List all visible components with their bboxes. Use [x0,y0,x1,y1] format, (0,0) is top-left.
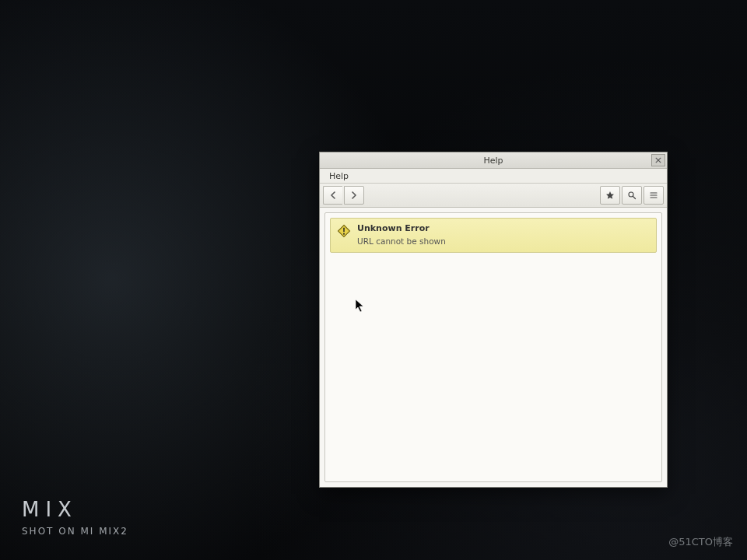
watermark-brand: MIX [22,498,78,521]
chevron-left-icon [329,191,337,199]
chevron-right-icon [350,191,358,199]
menubar: Help [320,169,667,184]
error-banner: Unknown Error URL cannot be shown [330,218,657,253]
close-icon [655,157,661,163]
watermark-blog: @51CTO博客 [668,535,733,549]
content-area: Unknown Error URL cannot be shown [324,212,662,482]
window-titlebar[interactable]: Help [320,152,667,169]
menu-help[interactable]: Help [324,170,353,182]
window-title: Help [320,156,667,166]
error-message: URL cannot be shown [357,236,446,246]
warning-icon [337,224,351,238]
error-title: Unknown Error [357,223,446,233]
back-button[interactable] [323,186,342,205]
svg-line-4 [633,197,636,199]
forward-button[interactable] [344,186,364,205]
window-close-button[interactable] [651,154,665,166]
bookmark-button[interactable] [600,186,620,205]
search-button[interactable] [622,186,642,205]
star-icon [605,191,615,200]
error-text: Unknown Error URL cannot be shown [357,223,446,246]
help-window: Help Help [319,152,668,488]
menu-button[interactable] [644,186,664,205]
mouse-cursor-icon [355,299,364,313]
toolbar [320,184,667,208]
svg-marker-2 [606,191,614,199]
desktop-background: Help Help [0,0,747,560]
svg-marker-11 [356,299,363,312]
search-icon [627,191,637,200]
svg-point-10 [343,233,345,235]
hamburger-icon [649,191,658,200]
watermark-device: SHOT ON MI MIX2 [22,526,128,537]
